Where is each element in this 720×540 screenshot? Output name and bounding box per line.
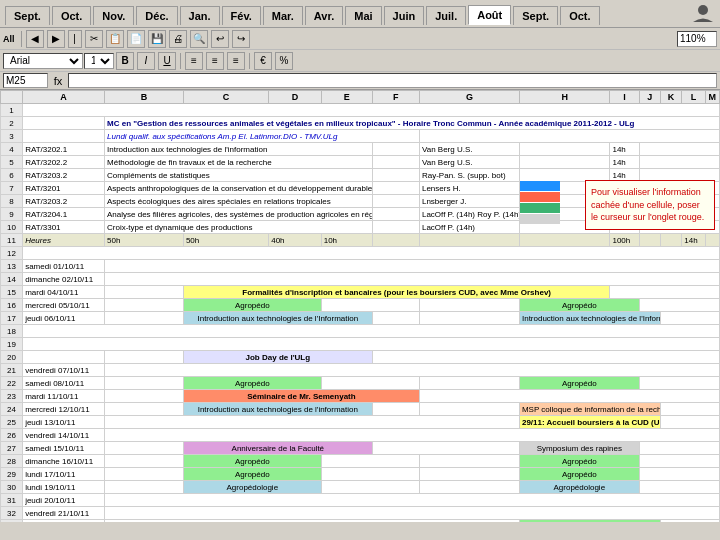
table-cell[interactable]: Agropédo <box>183 455 321 468</box>
table-cell[interactable] <box>419 234 519 247</box>
table-cell[interactable]: 14h <box>682 234 705 247</box>
table-cell[interactable] <box>321 299 419 312</box>
table-cell[interactable]: dimanche 02/10/11 <box>23 273 105 286</box>
table-cell[interactable] <box>105 468 184 481</box>
table-cell[interactable]: jeudi 06/10/11 <box>23 312 105 325</box>
month-tab-mar[interactable]: Mar. <box>263 6 303 25</box>
table-cell[interactable] <box>639 377 719 390</box>
table-cell[interactable]: Anniversaire de la Faculté <box>183 442 372 455</box>
month-tab-juil[interactable]: Juil. <box>426 6 466 25</box>
table-cell[interactable] <box>105 377 184 390</box>
table-cell[interactable] <box>105 416 520 429</box>
table-cell[interactable] <box>419 312 519 325</box>
table-cell[interactable] <box>105 481 184 494</box>
month-tab-déc[interactable]: Déc. <box>136 6 177 25</box>
table-cell[interactable]: Lensers H. <box>419 182 519 195</box>
table-cell[interactable]: 50h <box>105 234 184 247</box>
table-cell[interactable]: Agropédo <box>519 468 639 481</box>
table-cell[interactable]: MC en "Gestion des ressources animales e… <box>105 117 720 130</box>
table-cell[interactable] <box>372 221 419 234</box>
table-cell[interactable]: mercredi 05/10/11 <box>23 299 105 312</box>
month-tab-oct[interactable]: Oct. <box>560 6 599 25</box>
table-cell[interactable] <box>23 338 720 351</box>
table-cell[interactable]: dimanche 16/10/11 <box>23 455 105 468</box>
month-tab-avr[interactable]: Avr. <box>305 6 343 25</box>
table-cell[interactable] <box>639 442 719 455</box>
table-cell[interactable] <box>105 286 184 299</box>
table-cell[interactable] <box>639 481 719 494</box>
table-cell[interactable]: samedi 08/10/11 <box>23 377 105 390</box>
table-cell[interactable] <box>23 104 720 117</box>
toolbar-btn[interactable]: 🔍 <box>190 30 208 48</box>
table-cell[interactable]: lundi 19/10/11 <box>23 481 105 494</box>
table-cell[interactable] <box>419 299 519 312</box>
table-cell[interactable] <box>105 364 720 377</box>
table-cell[interactable] <box>105 507 720 520</box>
table-cell[interactable]: Méthodologie de fin travaux et de la rec… <box>105 156 373 169</box>
table-cell[interactable] <box>105 273 720 286</box>
table-cell[interactable]: 14h <box>610 156 639 169</box>
table-cell[interactable] <box>321 377 419 390</box>
table-cell[interactable] <box>639 455 719 468</box>
table-cell[interactable]: Heures <box>23 234 105 247</box>
table-cell[interactable]: lundi 17/10/11 <box>23 468 105 481</box>
month-tab-fév[interactable]: Fév. <box>222 6 261 25</box>
table-cell[interactable] <box>23 325 720 338</box>
table-cell[interactable]: 10h <box>321 234 372 247</box>
table-cell[interactable] <box>372 234 419 247</box>
table-cell[interactable] <box>372 442 519 455</box>
month-tab-jan[interactable]: Jan. <box>180 6 220 25</box>
table-cell[interactable] <box>105 520 520 523</box>
table-cell[interactable]: Van Berg U.S. <box>419 156 519 169</box>
table-cell[interactable]: Aspects écologiques des aires spéciales … <box>105 195 373 208</box>
table-cell[interactable] <box>105 403 184 416</box>
table-cell[interactable] <box>105 351 184 364</box>
month-tab-juin[interactable]: Juin <box>384 6 425 25</box>
table-cell[interactable]: jeudi 13/10/11 <box>23 416 105 429</box>
table-cell[interactable] <box>660 416 719 429</box>
table-cell[interactable]: RAT/3203.2 <box>23 169 105 182</box>
month-tab-oct[interactable]: Oct. <box>52 6 91 25</box>
table-cell[interactable]: RAT/3202.2 <box>23 156 105 169</box>
table-cell[interactable]: vendredi 14/10/11 <box>23 429 105 442</box>
table-cell[interactable]: Agropédo <box>183 468 321 481</box>
table-cell[interactable] <box>519 234 610 247</box>
align-center-btn[interactable]: ≡ <box>206 52 224 70</box>
table-cell[interactable]: Ray-Pan. S. (supp. bot) <box>419 169 519 182</box>
table-cell[interactable] <box>105 312 184 325</box>
table-cell[interactable] <box>372 182 419 195</box>
table-cell[interactable] <box>705 234 719 247</box>
percent-btn[interactable]: % <box>275 52 293 70</box>
formula-input[interactable] <box>68 73 717 88</box>
month-tab-août[interactable]: Août <box>468 5 511 25</box>
toolbar-btn[interactable]: | <box>68 30 82 48</box>
table-cell[interactable]: vendredi 21/10/11 <box>23 507 105 520</box>
table-cell[interactable]: Agropédo <box>183 299 321 312</box>
table-cell[interactable]: mardi 11/10/11 <box>23 390 105 403</box>
table-cell[interactable]: Formalités d'inscription et bancaires (p… <box>183 286 610 299</box>
table-cell[interactable]: Job Day de l'ULg <box>183 351 372 364</box>
toolbar-btn[interactable]: 💾 <box>148 30 166 48</box>
table-cell[interactable] <box>419 481 519 494</box>
month-tab-sept[interactable]: Sept. <box>5 6 50 25</box>
table-cell[interactable] <box>660 403 719 416</box>
table-cell[interactable]: Agropédologie <box>519 481 639 494</box>
table-cell[interactable]: Agropédo <box>183 377 321 390</box>
table-cell[interactable] <box>639 143 719 156</box>
table-cell[interactable] <box>23 351 105 364</box>
table-cell[interactable]: vendredi 07/10/11 <box>23 364 105 377</box>
table-cell[interactable] <box>321 468 419 481</box>
table-cell[interactable] <box>660 312 719 325</box>
table-cell[interactable]: RAT/3202.1 <box>23 143 105 156</box>
font-size-select[interactable]: 10 <box>84 53 114 69</box>
table-cell[interactable] <box>639 468 719 481</box>
toolbar-btn[interactable]: 📋 <box>106 30 124 48</box>
table-cell[interactable]: Agropédo <box>519 299 639 312</box>
table-cell[interactable]: mardi 04/10/11 <box>23 286 105 299</box>
table-cell[interactable]: Aboropédologie <box>519 520 660 523</box>
table-cell[interactable] <box>105 299 184 312</box>
table-cell[interactable]: Croix-type et dynamique des productions <box>105 221 373 234</box>
table-cell[interactable] <box>660 520 719 523</box>
table-cell[interactable]: Agropédo <box>519 377 639 390</box>
table-cell[interactable]: RAT/3201 <box>23 182 105 195</box>
